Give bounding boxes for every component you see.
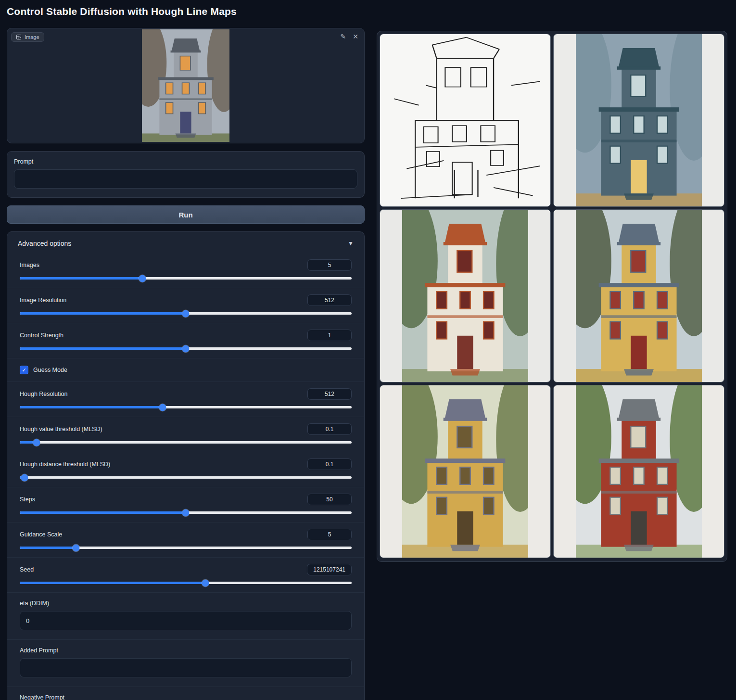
left-column: Image ✎ ✕ Prompt Run Advanced options ▼ … (7, 28, 365, 700)
gallery-item-result-white-victorian[interactable] (380, 209, 551, 382)
textbox-row-eta-ddim: eta (DDIM) (7, 593, 364, 640)
slider-track-guidance-scale[interactable] (20, 547, 352, 549)
slider-label-control-strength: Control Strength (20, 332, 63, 339)
slider-handle-guidance-scale[interactable] (73, 544, 80, 551)
prompt-input[interactable] (14, 169, 357, 189)
slider-value-image-resolution[interactable]: 512 (307, 294, 352, 306)
slider-value-control-strength[interactable]: 1 (307, 330, 352, 341)
slider-row-hough-value-threshold: Hough value threshold (MLSD)0.1 (7, 417, 364, 452)
slider-label-seed: Seed (20, 566, 34, 573)
slider-row-image-resolution: Image Resolution512 (7, 288, 364, 323)
gallery-item-result-blue-victorian[interactable] (553, 34, 724, 207)
edit-icon[interactable]: ✎ (341, 33, 346, 40)
slider-track-control-strength[interactable] (20, 347, 352, 350)
slider-label-guidance-scale: Guidance Scale (20, 531, 62, 538)
slider-row-guidance-scale: Guidance Scale5 (7, 522, 364, 558)
image-label-text: Image (25, 34, 39, 40)
slider-label-images: Images (20, 262, 39, 268)
generated-image (576, 34, 702, 206)
slider-fill (20, 347, 186, 350)
slider-handle-control-strength[interactable] (182, 345, 190, 352)
slider-handle-hough-value-threshold[interactable] (33, 439, 40, 446)
slider-row-steps: Steps50 (7, 487, 364, 522)
slider-value-guidance-scale[interactable]: 5 (307, 529, 352, 540)
slider-track-image-resolution[interactable] (20, 312, 352, 315)
slider-value-images[interactable]: 5 (307, 259, 352, 271)
slider-label-hough-value-threshold: Hough value threshold (MLSD) (20, 426, 102, 433)
clear-icon[interactable]: ✕ (353, 33, 358, 40)
prompt-label: Prompt (14, 158, 357, 165)
hough-line-map-image (387, 34, 544, 206)
slider-row-images: Images5 (7, 253, 364, 288)
added-prompt-input[interactable] (20, 658, 352, 677)
generated-image (576, 385, 702, 558)
image-actions: ✎ ✕ (341, 33, 358, 40)
slider-value-hough-value-threshold[interactable]: 0.1 (307, 423, 352, 435)
input-image-photo[interactable] (142, 29, 229, 142)
slider-row-seed: Seed1215107241 (7, 558, 364, 593)
slider-value-hough-resolution[interactable]: 512 (307, 388, 352, 400)
advanced-options-label: Advanced options (18, 240, 71, 247)
slider-label-steps: Steps (20, 496, 35, 503)
gallery-item-result-gold-house[interactable] (380, 385, 551, 558)
slider-track-images[interactable] (20, 277, 352, 280)
slider-fill (20, 406, 163, 408)
guess-mode-checkbox[interactable]: ✓ (20, 366, 28, 374)
image-label: Image (11, 32, 44, 42)
generated-image (576, 210, 702, 382)
chevron-down-icon[interactable]: ▼ (348, 240, 354, 247)
slider-track-hough-value-threshold[interactable] (20, 441, 352, 444)
slider-row-hough-distance-threshold: Hough distance threshold (MLSD)0.1 (7, 452, 364, 487)
gallery-item-result-red-brick-house[interactable] (553, 385, 724, 558)
advanced-textboxes: eta (DDIM)Added PromptNegative Prompt (7, 593, 364, 700)
slider-value-steps[interactable]: 50 (307, 494, 352, 505)
slider-fill (20, 582, 205, 584)
output-gallery (377, 31, 727, 562)
slider-row-hough-resolution: Hough Resolution512 (7, 382, 364, 417)
slider-value-hough-distance-threshold[interactable]: 0.1 (307, 458, 352, 470)
slider-handle-hough-distance-threshold[interactable] (21, 474, 28, 481)
slider-fill (20, 312, 186, 315)
slider-track-hough-resolution[interactable] (20, 406, 352, 408)
slider-handle-hough-resolution[interactable] (159, 404, 166, 411)
generated-image (402, 385, 528, 558)
gallery-item-result-yellow-blue-house[interactable] (553, 209, 724, 382)
gallery-grid (380, 34, 724, 559)
slider-track-seed[interactable] (20, 582, 352, 584)
run-button[interactable]: Run (7, 205, 365, 224)
input-image-card: Image ✎ ✕ (7, 28, 365, 143)
gallery-item-hough-line-map[interactable] (380, 34, 551, 207)
slider-track-hough-distance-threshold[interactable] (20, 476, 352, 479)
eta-ddim-label: eta (DDIM) (20, 600, 352, 607)
generated-image (402, 210, 528, 382)
textbox-row-added-prompt: Added Prompt (7, 640, 364, 687)
prompt-block: Prompt (7, 151, 365, 198)
slider-fill (20, 547, 76, 549)
slider-label-hough-resolution: Hough Resolution (20, 391, 67, 397)
negative-prompt-label: Negative Prompt (20, 694, 352, 700)
slider-track-steps[interactable] (20, 511, 352, 514)
image-icon (16, 34, 22, 40)
guess-mode-label: Guess Mode (33, 367, 67, 373)
advanced-options-header[interactable]: Advanced options ▼ (7, 232, 364, 253)
slider-handle-images[interactable] (139, 275, 146, 282)
slider-handle-image-resolution[interactable] (182, 310, 190, 317)
slider-value-seed[interactable]: 1215107241 (307, 564, 352, 575)
slider-handle-seed[interactable] (202, 579, 209, 586)
slider-fill (20, 277, 142, 280)
slider-fill (20, 511, 186, 514)
slider-label-hough-distance-threshold: Hough distance threshold (MLSD) (20, 461, 110, 468)
checkbox-row-guess-mode: ✓Guess Mode (7, 358, 364, 382)
advanced-options-accordion: Advanced options ▼ Images5Image Resoluti… (7, 231, 365, 700)
page-title: Control Stable Diffusion with Hough Line… (7, 6, 237, 17)
slider-handle-steps[interactable] (182, 509, 190, 516)
advanced-controls: Images5Image Resolution512Control Streng… (7, 253, 364, 593)
slider-row-control-strength: Control Strength1 (7, 323, 364, 358)
added-prompt-label: Added Prompt (20, 647, 352, 654)
eta-ddim-input[interactable] (20, 611, 352, 630)
slider-label-image-resolution: Image Resolution (20, 297, 66, 304)
textbox-row-negative-prompt: Negative Prompt (7, 687, 364, 700)
